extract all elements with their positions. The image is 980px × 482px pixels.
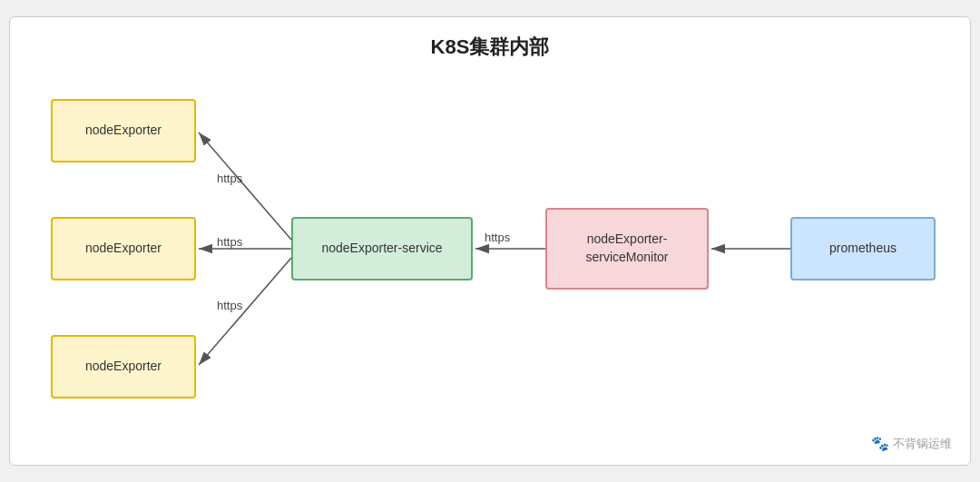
svg-line-3 [199, 258, 291, 365]
arrow-label-https-3: https [217, 299, 242, 312]
service-monitor: nodeExporter-serviceMonitor [545, 208, 709, 290]
node-exporter-2: nodeExporter [51, 217, 196, 280]
node-exporter-3: nodeExporter [51, 335, 196, 398]
prometheus-node: prometheus [790, 217, 936, 280]
node-exporter-1: nodeExporter [51, 99, 196, 162]
watermark: 🐾 不背锅运维 [871, 435, 952, 452]
arrow-label-https-2: https [217, 235, 242, 249]
node-exporter-service: nodeExporter-service [291, 217, 473, 280]
svg-line-1 [199, 133, 291, 240]
diagram-title: K8S集群内部 [10, 17, 970, 61]
arrow-label-https-4: https [485, 231, 510, 244]
arrow-label-https-1: https [217, 172, 242, 185]
diagram-container: K8S集群内部 nodeExporter nodeExporter nodeEx… [9, 16, 971, 466]
watermark-icon: 🐾 [871, 435, 889, 452]
